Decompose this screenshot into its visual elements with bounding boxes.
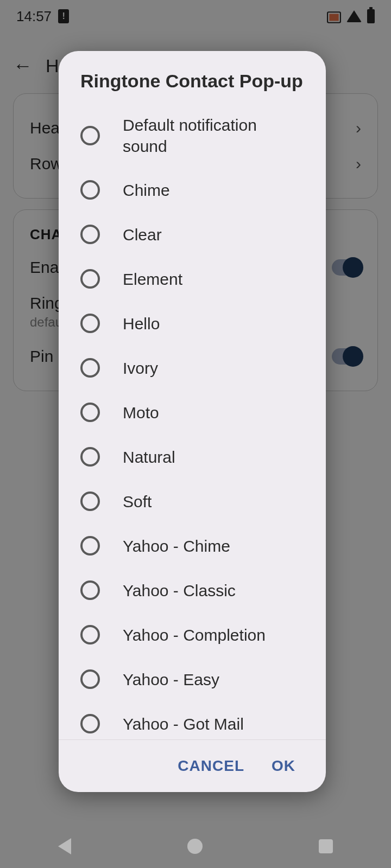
option-label: Yahoo - Completion (123, 624, 266, 646)
option-yahoo-chime[interactable]: Yahoo - Chime (59, 524, 326, 568)
option-yahoo-easy[interactable]: Yahoo - Easy (59, 657, 326, 701)
option-yahoo-got-mail[interactable]: Yahoo - Got Mail (59, 701, 326, 739)
option-yahoo-classic[interactable]: Yahoo - Classic (59, 568, 326, 612)
dialog-actions: CANCEL OK (59, 739, 326, 792)
radio-icon[interactable] (80, 403, 100, 422)
option-label: Clear (123, 224, 162, 245)
option-default-notification[interactable]: Default notification sound (59, 104, 326, 168)
radio-icon[interactable] (80, 225, 100, 244)
radio-icon[interactable] (80, 669, 100, 689)
nav-back-icon[interactable] (58, 838, 71, 854)
radio-icon[interactable] (80, 358, 100, 378)
option-chime[interactable]: Chime (59, 168, 326, 212)
option-label: Yahoo - Easy (123, 669, 219, 690)
radio-icon[interactable] (80, 625, 100, 644)
option-label: Ivory (123, 358, 158, 379)
radio-icon[interactable] (80, 314, 100, 333)
option-label: Natural (123, 446, 175, 468)
radio-icon[interactable] (80, 714, 100, 733)
option-soft[interactable]: Soft (59, 479, 326, 524)
option-label: Element (123, 269, 182, 290)
option-natural[interactable]: Natural (59, 435, 326, 479)
navigation-bar (0, 825, 391, 868)
radio-icon[interactable] (80, 447, 100, 467)
option-ivory[interactable]: Ivory (59, 346, 326, 390)
cancel-button[interactable]: CANCEL (178, 757, 244, 775)
option-label: Soft (123, 491, 152, 512)
radio-icon[interactable] (80, 492, 100, 511)
radio-icon[interactable] (80, 180, 100, 200)
radio-icon[interactable] (80, 269, 100, 289)
radio-icon[interactable] (80, 536, 100, 556)
option-clear[interactable]: Clear (59, 212, 326, 257)
nav-recent-icon[interactable] (319, 839, 333, 853)
option-label: Yahoo - Got Mail (123, 713, 244, 735)
option-label: Yahoo - Classic (123, 580, 236, 601)
ok-button[interactable]: OK (272, 757, 295, 775)
radio-icon[interactable] (80, 126, 100, 145)
option-label: Chime (123, 180, 170, 201)
option-element[interactable]: Element (59, 257, 326, 301)
ringtone-dialog: Ringtone Contact Pop-up Default notifica… (59, 51, 326, 792)
option-label: Moto (123, 402, 159, 423)
radio-icon[interactable] (80, 580, 100, 600)
nav-home-icon[interactable] (187, 839, 203, 854)
dialog-title: Ringtone Contact Pop-up (59, 51, 326, 104)
option-label: Hello (123, 313, 160, 334)
option-hello[interactable]: Hello (59, 301, 326, 346)
option-moto[interactable]: Moto (59, 390, 326, 435)
option-label: Default notification sound (123, 114, 304, 157)
option-label: Yahoo - Chime (123, 535, 230, 557)
ringtone-option-list[interactable]: Default notification soundChimeClearElem… (59, 104, 326, 739)
option-yahoo-completion[interactable]: Yahoo - Completion (59, 612, 326, 657)
